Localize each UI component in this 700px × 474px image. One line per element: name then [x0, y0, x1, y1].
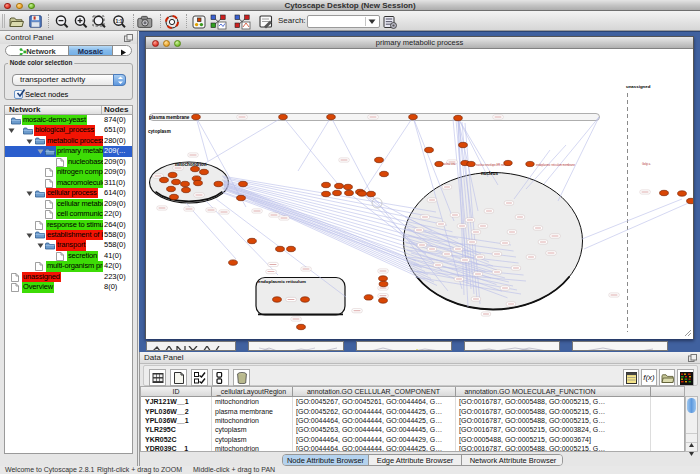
svg-text:mitochondrion: mitochondrion — [175, 162, 207, 167]
svg-text:cytoplasm: cytoplasm — [148, 129, 171, 134]
svg-text:nucleus: nucleus — [481, 171, 499, 176]
svg-text:nuclear env.: nuclear env. — [442, 162, 456, 166]
svg-text:Golgi a.: Golgi a. — [642, 162, 651, 166]
svg-text:unassigned: unassigned — [626, 84, 651, 89]
svg-text:endoplasmic reticulum membrane: endoplasmic reticulum membrane — [536, 163, 575, 167]
svg-text:plasma membrane: plasma membrane — [149, 115, 190, 120]
svg-text:1:1: 1:1 — [115, 18, 122, 24]
svg-text:endoplasmic reticulum: endoplasmic reticulum — [258, 279, 306, 284]
